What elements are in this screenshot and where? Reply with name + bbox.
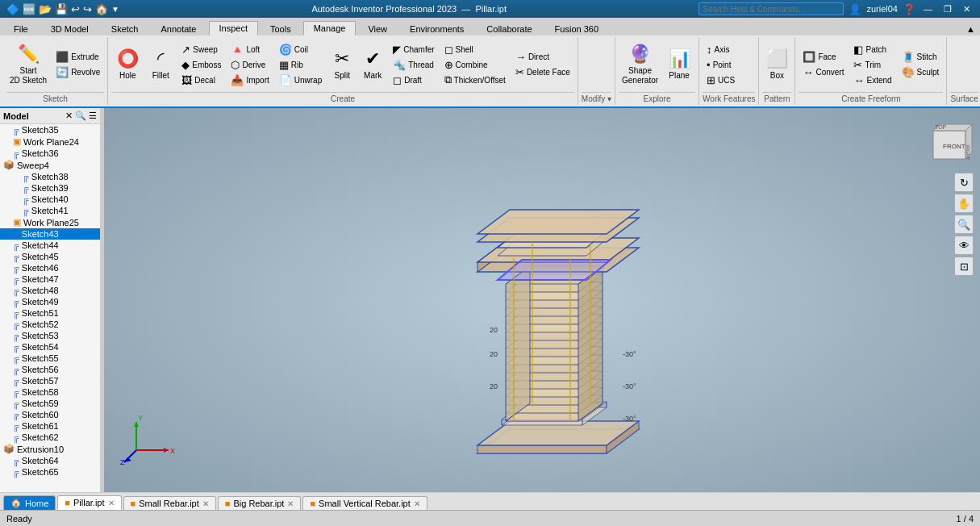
- sidebar-item-5[interactable]: ╔Sketch39: [0, 182, 100, 194]
- sidebar-item-20[interactable]: ╔Sketch55: [0, 353, 100, 364]
- sidebar-item-24[interactable]: ╔Sketch59: [0, 398, 100, 409]
- sidebar-item-3[interactable]: 📦Sweep4: [0, 159, 100, 171]
- ribbon-collapse-btn[interactable]: ▲: [961, 23, 980, 35]
- sidebar-item-21[interactable]: ╔Sketch56: [0, 364, 100, 375]
- extend-btn[interactable]: ↔Extend: [849, 73, 895, 87]
- direct-btn[interactable]: →Direct: [511, 50, 574, 65]
- sidebar-item-0[interactable]: ╔Sketch35: [0, 124, 100, 136]
- sidebar-item-15[interactable]: ╔Sketch49: [0, 296, 100, 307]
- tab-small-vertical-rebar[interactable]: ■ Small Vertical Rebar.ipt ✕: [302, 496, 427, 510]
- tab-small-rebar[interactable]: ■ Small Rebar.ipt ✕: [123, 496, 216, 510]
- stitch-btn[interactable]: 🧵Stitch: [898, 50, 944, 65]
- view-cube[interactable]: FRONT TOP RIGHT: [925, 115, 974, 163]
- start-2d-sketch-btn[interactable]: ✏️ Start2D Sketch: [6, 41, 50, 88]
- minimize-btn[interactable]: —: [920, 4, 936, 14]
- sculpt-btn[interactable]: 🎨Sculpt: [898, 65, 944, 80]
- coil-btn[interactable]: 🌀Coil: [275, 42, 326, 56]
- nav-pan-btn[interactable]: ✋: [954, 194, 974, 213]
- sidebar-item-8[interactable]: ▣Work Plane25: [0, 216, 100, 228]
- derive-btn[interactable]: ⬡Derive: [227, 57, 273, 72]
- pillar-tab-close[interactable]: ✕: [108, 499, 115, 507]
- emboss-btn[interactable]: ◆Emboss: [177, 57, 225, 72]
- trim-btn[interactable]: ✂Trim: [849, 57, 895, 72]
- tab-view[interactable]: View: [357, 22, 398, 35]
- sidebar-item-27[interactable]: ╔Sketch62: [0, 432, 100, 443]
- tab-fusion360[interactable]: Fusion 360: [544, 22, 609, 35]
- nav-look-btn[interactable]: 👁: [954, 236, 974, 255]
- ucs-btn[interactable]: ⊞UCS: [703, 73, 739, 87]
- small-vert-rebar-tab-close[interactable]: ✕: [414, 499, 420, 508]
- hole-btn[interactable]: ⭕ Hole: [111, 41, 144, 88]
- sidebar-menu-btn[interactable]: ☰: [89, 111, 97, 121]
- loft-btn[interactable]: 🔺Loft: [227, 42, 273, 56]
- sidebar-item-16[interactable]: ╔Sketch51: [0, 307, 100, 319]
- box-btn[interactable]: ⬜ Box: [762, 41, 791, 88]
- tab-environments[interactable]: Environments: [399, 22, 474, 35]
- sidebar-item-9[interactable]: ╔Sketch43: [0, 228, 100, 240]
- sidebar-item-10[interactable]: ╔Sketch44: [0, 240, 100, 251]
- dropdown-btn[interactable]: ▼: [111, 5, 119, 14]
- point-btn[interactable]: •Point: [703, 57, 739, 72]
- help-btn[interactable]: ❓: [903, 3, 915, 15]
- save-btn[interactable]: 💾: [55, 3, 68, 15]
- mark-btn[interactable]: ✔ Mark: [358, 41, 387, 88]
- close-btn[interactable]: ✕: [960, 4, 974, 15]
- small-rebar-tab-close[interactable]: ✕: [202, 499, 209, 508]
- sidebar-item-22[interactable]: ╔Sketch57: [0, 375, 100, 386]
- delete-face-btn[interactable]: ✂Delete Face: [511, 65, 574, 80]
- shell-btn[interactable]: ◻Shell: [440, 42, 510, 56]
- search-input[interactable]: [699, 2, 844, 15]
- axis-btn[interactable]: ↕Axis: [703, 42, 739, 56]
- home-btn[interactable]: 🏠: [95, 3, 108, 15]
- sidebar-item-19[interactable]: ╔Sketch54: [0, 341, 100, 353]
- plane-btn[interactable]: 📊 Plane: [663, 41, 695, 88]
- tab-big-rebar[interactable]: ■ Big Rebar.ipt ✕: [218, 496, 302, 510]
- chamfer-btn[interactable]: ◤Chamfer: [389, 42, 438, 56]
- big-rebar-tab-close[interactable]: ✕: [287, 499, 294, 508]
- sidebar-item-13[interactable]: ╔Sketch47: [0, 273, 100, 285]
- nav-orbit-btn[interactable]: ↻: [954, 173, 974, 192]
- thicken-btn[interactable]: ⧉Thicken/Offset: [440, 73, 510, 87]
- sidebar-item-14[interactable]: ╔Sketch48: [0, 285, 100, 296]
- tab-inspect[interactable]: Inspect: [209, 21, 258, 35]
- sidebar-close-btn[interactable]: ✕: [65, 111, 73, 121]
- tab-collaborate[interactable]: Collaborate: [476, 22, 542, 35]
- sidebar-item-6[interactable]: ╔Sketch40: [0, 194, 100, 205]
- fillet-btn[interactable]: ◜ Fillet: [145, 41, 176, 88]
- open-btn[interactable]: 📂: [39, 3, 52, 15]
- tab-manage[interactable]: Manage: [303, 21, 357, 35]
- nav-zoom-btn[interactable]: 🔍: [954, 215, 974, 234]
- combine-btn[interactable]: ⊕Combine: [440, 57, 510, 72]
- nav-zoom-all-btn[interactable]: ⊡: [954, 257, 974, 276]
- tab-home[interactable]: 🏠 Home: [3, 495, 56, 510]
- redo-btn[interactable]: ↪: [83, 3, 92, 15]
- tab-tools[interactable]: Tools: [260, 22, 302, 35]
- sidebar-item-18[interactable]: ╔Sketch53: [0, 330, 100, 341]
- unwrap-btn[interactable]: 📄Unwrap: [275, 73, 326, 87]
- thread-btn[interactable]: 🔩Thread: [389, 57, 438, 72]
- sidebar-item-23[interactable]: ╔Sketch58: [0, 386, 100, 398]
- split-btn[interactable]: ✂ Split: [327, 41, 357, 88]
- sidebar-item-26[interactable]: ╔Sketch61: [0, 420, 100, 432]
- sidebar-item-28[interactable]: 📦Extrusion10: [0, 443, 100, 455]
- sidebar-item-25[interactable]: ╔Sketch60: [0, 409, 100, 420]
- tab-file[interactable]: File: [3, 22, 39, 35]
- sidebar-item-17[interactable]: ╔Sketch52: [0, 319, 100, 330]
- sidebar-item-12[interactable]: ╔Sketch46: [0, 262, 100, 273]
- tab-3dmodel[interactable]: 3D Model: [40, 22, 99, 35]
- tab-annotate[interactable]: Annotate: [150, 22, 206, 35]
- shape-generator-btn[interactable]: 🔮 ShapeGenerator: [619, 41, 661, 88]
- extrude-btn[interactable]: ⬛Extrude: [52, 50, 104, 65]
- sidebar-item-4[interactable]: ╔Sketch38: [0, 171, 100, 182]
- sidebar-item-11[interactable]: ╔Sketch45: [0, 251, 100, 262]
- sidebar-item-1[interactable]: ▣Work Plane24: [0, 136, 100, 148]
- sidebar-search-btn[interactable]: 🔍: [75, 111, 86, 121]
- import-btn[interactable]: 📥Import: [227, 73, 273, 87]
- modify-group-label[interactable]: Modify ▾: [582, 92, 611, 105]
- patch-btn[interactable]: ◧Patch: [849, 42, 895, 56]
- draft-btn[interactable]: ◻Draft: [389, 73, 438, 87]
- sidebar-item-7[interactable]: ╔Sketch41: [0, 205, 100, 216]
- decal-btn[interactable]: 🖼Decal: [177, 73, 225, 87]
- tab-pillar[interactable]: ■ Pillar.ipt ✕: [57, 495, 121, 510]
- revolve-btn[interactable]: 🔄Revolve: [52, 65, 104, 80]
